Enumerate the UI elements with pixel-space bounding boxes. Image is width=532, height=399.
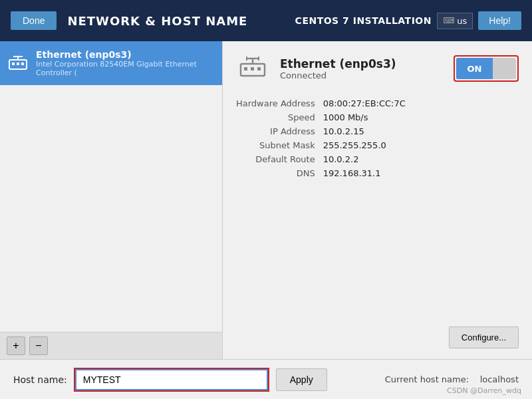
ethernet-status: Connected <box>280 70 396 80</box>
main-content: Ethernet (enp0s3) Intel Corporation 8254… <box>0 41 532 359</box>
apply-button[interactable]: Apply <box>276 368 327 391</box>
network-list: Ethernet (enp0s3) Intel Corporation 8254… <box>0 41 222 332</box>
svg-rect-2 <box>17 63 19 65</box>
keyboard-input[interactable]: ⌨ us <box>437 13 473 29</box>
header-right: CENTOS 7 INSTALLATION ⌨ us Help! <box>295 11 521 30</box>
hostname-input[interactable] <box>75 369 268 390</box>
on-off-toggle[interactable]: ON <box>456 58 516 79</box>
hardware-address-label: Hardware Address <box>236 98 315 108</box>
ethernet-name: Ethernet (enp0s3) <box>280 57 396 70</box>
svg-rect-1 <box>12 63 15 65</box>
watermark: CSDN @Darren_wdq <box>447 386 521 395</box>
dns-value: 192.168.31.1 <box>323 168 519 178</box>
ethernet-header: Ethernet (enp0s3) Connected ON <box>236 52 519 85</box>
list-item[interactable]: Ethernet (enp0s3) Intel Corporation 8254… <box>0 41 222 85</box>
speed-value: 1000 Mb/s <box>323 112 519 122</box>
current-hostname-display: Current host name: localhost <box>385 374 519 384</box>
dns-label: DNS <box>236 168 315 178</box>
left-panel: Ethernet (enp0s3) Intel Corporation 8254… <box>0 41 223 359</box>
svg-rect-9 <box>257 67 261 70</box>
speed-label: Speed <box>236 112 315 122</box>
ip-address-value: 10.0.2.15 <box>323 126 519 136</box>
network-item-desc: Intel Corporation 82540EM Gigabit Ethern… <box>36 60 215 77</box>
ethernet-detail-icon <box>236 52 269 85</box>
right-panel: Ethernet (enp0s3) Connected ON Hardware … <box>223 41 532 359</box>
configure-button[interactable]: Configure... <box>449 327 519 348</box>
subnet-mask-label: Subnet Mask <box>236 140 315 150</box>
svg-rect-8 <box>251 67 254 70</box>
current-hostname-label: Current host name: <box>385 374 469 384</box>
gateway-label: Default Route <box>236 154 315 164</box>
svg-rect-3 <box>21 63 24 65</box>
header: Done NETWORK & HOST NAME CENTOS 7 INSTAL… <box>0 0 532 41</box>
toggle-on-label[interactable]: ON <box>456 58 493 79</box>
ethernet-info: Ethernet (enp0s3) Connected <box>236 52 396 85</box>
toggle-container: ON <box>454 55 519 82</box>
page-title: NETWORK & HOST NAME <box>67 14 247 28</box>
remove-network-button[interactable]: − <box>29 336 48 355</box>
installation-title: CENTOS 7 INSTALLATION <box>295 15 432 26</box>
list-controls: + − <box>0 332 222 359</box>
ethernet-text: Ethernet (enp0s3) Connected <box>280 57 396 80</box>
network-item-text: Ethernet (enp0s3) Intel Corporation 8254… <box>36 49 215 77</box>
network-details: Hardware Address 08:00:27:EB:CC:7C Speed… <box>236 98 519 178</box>
ip-address-label: IP Address <box>236 126 315 136</box>
svg-rect-7 <box>244 67 247 70</box>
subnet-mask-value: 255.255.255.0 <box>323 140 519 150</box>
ethernet-list-icon <box>7 51 29 75</box>
keyboard-icon: ⌨ <box>443 16 454 25</box>
toggle-off-area[interactable] <box>493 58 516 79</box>
hostname-label: Host name: <box>13 374 67 385</box>
add-network-button[interactable]: + <box>7 336 25 355</box>
hardware-address-value: 08:00:27:EB:CC:7C <box>323 98 519 108</box>
current-hostname-value: localhost <box>480 374 519 384</box>
gateway-value: 10.0.2.2 <box>323 154 519 164</box>
language-label: us <box>457 16 467 26</box>
network-item-name: Ethernet (enp0s3) <box>36 49 215 60</box>
help-button[interactable]: Help! <box>478 11 521 30</box>
done-button[interactable]: Done <box>11 11 57 30</box>
header-left: Done NETWORK & HOST NAME <box>11 11 247 30</box>
